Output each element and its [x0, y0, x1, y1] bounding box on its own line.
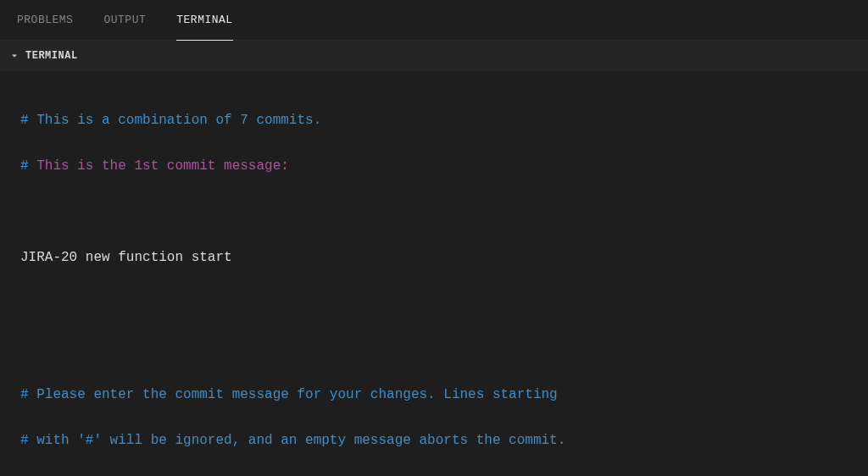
- comment-text: This is the 1st commit message:: [36, 158, 289, 174]
- chevron-down-icon: [8, 50, 20, 62]
- tab-problems[interactable]: PROBLEMS: [17, 0, 73, 41]
- comment-text: # with '#' will be ignored, and an empty…: [20, 433, 565, 448]
- comment-hash: #: [20, 113, 36, 128]
- terminal-line: # Please enter the commit message for yo…: [20, 384, 848, 407]
- tab-output[interactable]: OUTPUT: [103, 0, 146, 41]
- terminal-line-empty: [20, 292, 848, 315]
- terminal-line-empty: [20, 201, 848, 224]
- tab-terminal[interactable]: TERMINAL: [176, 0, 232, 41]
- terminal-section-header[interactable]: TERMINAL: [0, 41, 868, 71]
- terminal-line: # with '#' will be ignored, and an empty…: [20, 429, 848, 452]
- terminal-line: # This is the 1st commit message:: [20, 155, 848, 178]
- comment-hash: #: [20, 158, 36, 174]
- terminal-line: JIRA-20 new function start: [20, 246, 848, 269]
- section-title: TERMINAL: [25, 50, 78, 62]
- terminal-content[interactable]: # This is a combination of 7 commits. # …: [0, 71, 868, 476]
- terminal-line: # This is a combination of 7 commits.: [20, 109, 848, 132]
- comment-text: # Please enter the commit message for yo…: [20, 387, 558, 402]
- comment-text: This is a combination of 7 commits.: [36, 113, 321, 128]
- panel-tabs: PROBLEMS OUTPUT TERMINAL: [0, 0, 868, 41]
- terminal-line-empty: [20, 338, 848, 361]
- commit-message: JIRA-20 new function start: [20, 250, 232, 265]
